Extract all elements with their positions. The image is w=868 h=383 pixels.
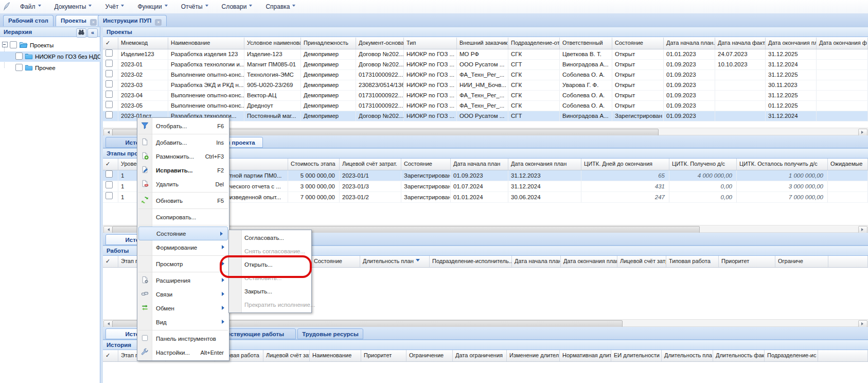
column-header[interactable]: Подразделение-ис <box>765 350 818 361</box>
scroll-left-button[interactable] <box>103 320 113 327</box>
menu-item[interactable]: Скопировать... <box>137 210 229 224</box>
menubar-item[interactable]: Отчёты <box>174 3 215 10</box>
column-header[interactable]: Типовая работа <box>666 256 719 267</box>
menu-item[interactable]: Состояние <box>138 227 228 240</box>
column-header[interactable]: Состояние <box>311 256 360 267</box>
menu-item[interactable]: Связи <box>137 287 229 301</box>
menubar-item[interactable]: Документы <box>48 3 99 10</box>
menu-item[interactable]: Формирование <box>137 240 229 254</box>
tree-item[interactable]: Проекты <box>0 40 102 50</box>
menubar-item[interactable]: Файл <box>13 3 48 10</box>
column-header[interactable]: Дата ограничения <box>453 350 507 361</box>
column-header[interactable]: Стоимость этапа <box>288 159 340 170</box>
column-header[interactable] <box>828 256 868 267</box>
menubar-item[interactable]: Справка <box>259 3 302 10</box>
row-checkbox[interactable] <box>105 111 113 118</box>
menu-item[interactable]: Просмотр <box>137 257 229 271</box>
column-header[interactable]: Ответственный <box>560 38 612 49</box>
row-checkbox[interactable] <box>105 49 113 57</box>
row-checkbox[interactable] <box>105 170 113 178</box>
menubar-item[interactable]: Функции <box>131 3 174 10</box>
window-tab[interactable]: Проекты× <box>56 15 102 26</box>
column-header[interactable]: Длительность план <box>360 256 430 267</box>
row-checkbox[interactable] <box>105 181 113 188</box>
menubar-item[interactable]: Словари <box>215 3 259 10</box>
table-row[interactable]: 2023-01Разработка технологии и...Магнит … <box>103 60 868 70</box>
menu-item[interactable]: Добавить...Ins <box>137 135 229 149</box>
column-header[interactable]: Длительность фак <box>713 350 765 361</box>
row-checkbox[interactable] <box>105 80 113 88</box>
column-header[interactable]: ✓ <box>103 256 118 267</box>
menu-item[interactable]: Панель инструментов <box>137 332 229 345</box>
column-header[interactable]: Подразделение-исполнитель.. <box>430 256 512 267</box>
menu-item[interactable]: УдалитьDel <box>137 177 229 191</box>
column-header[interactable]: ЕИ длительности <box>611 350 662 361</box>
column-header[interactable]: Мнемокод <box>118 38 168 49</box>
column-header[interactable]: Дата окончания план <box>508 159 581 170</box>
table-row[interactable]: 2023-03Разработка ЭКД и РКД н...905-U020… <box>103 80 868 91</box>
column-header[interactable]: Дата начала факт. <box>715 38 766 49</box>
menu-item[interactable]: Согласовать... <box>229 231 311 245</box>
scroll-right-button[interactable] <box>858 129 867 136</box>
column-header[interactable]: Внешний заказчик <box>457 38 508 49</box>
column-header[interactable]: Дата начала план <box>451 159 508 170</box>
column-header[interactable]: Условное наименова <box>244 38 301 49</box>
menu-item[interactable]: Закрыть... <box>229 285 311 298</box>
column-header[interactable]: Приоритет <box>361 350 406 361</box>
collapse-sidebar-button[interactable]: « <box>87 28 98 38</box>
tree-checkbox[interactable] <box>10 41 17 48</box>
column-header[interactable]: Ограничение <box>406 350 453 361</box>
column-header[interactable]: Состояние <box>401 159 451 170</box>
menu-item[interactable]: Вид <box>137 315 229 329</box>
table-row[interactable]: Изделие123Разработка изделия 123Изделие-… <box>103 49 868 60</box>
window-tab[interactable]: Рабочий стол <box>3 15 54 26</box>
column-header[interactable]: Ограниче <box>775 256 828 267</box>
column-header[interactable]: Длительность пла <box>662 350 713 361</box>
row-checkbox[interactable] <box>105 60 113 67</box>
column-header[interactable]: Дата начала план. <box>664 38 715 49</box>
column-header[interactable]: Дата окончания ф <box>817 38 868 49</box>
tree-item[interactable]: Прочее <box>0 63 116 73</box>
tree-checkbox[interactable] <box>15 64 23 71</box>
column-header[interactable]: Лицевой счёт затр <box>617 256 666 267</box>
scroll-left-button[interactable] <box>103 226 113 233</box>
close-tab-icon[interactable]: × <box>155 19 162 26</box>
menu-item[interactable]: Расширения <box>137 273 229 287</box>
column-header[interactable]: Дата начала план. <box>512 256 561 267</box>
tree-expander-icon[interactable] <box>2 42 8 47</box>
column-header[interactable]: Подразделение-от <box>508 38 560 49</box>
section-tab[interactable]: Трудовые ресурсы <box>297 328 363 339</box>
row-checkbox[interactable] <box>105 101 113 108</box>
table-row[interactable]: 2023-05Выполнение опытно-конс...Дредноут… <box>103 101 868 111</box>
column-header[interactable]: Дата окончания пл <box>766 38 817 49</box>
column-header[interactable]: ЦИТК. Получено д/с <box>669 159 737 170</box>
menu-item[interactable]: ОбновитьF5 <box>137 194 229 207</box>
scroll-left-button[interactable] <box>103 129 113 136</box>
scroll-right-button[interactable] <box>858 320 867 327</box>
column-header[interactable]: Тип <box>404 38 457 49</box>
column-header[interactable]: ЦИТК. Дней до окончания <box>581 159 669 170</box>
column-header[interactable]: ✓ <box>103 159 118 170</box>
row-checkbox[interactable] <box>105 70 113 77</box>
table-row[interactable]: 2023-02Выполнение опытно-конс...Технолог… <box>103 70 868 80</box>
column-header[interactable]: Приоритет <box>719 256 775 267</box>
menu-item[interactable]: Обмен <box>137 301 229 315</box>
tree-item[interactable]: НИОКР по ГОЗ без НДС <box>0 51 116 62</box>
column-header[interactable]: Изменение длител <box>507 350 560 361</box>
menu-item[interactable]: Отобрать...F6 <box>137 119 229 133</box>
menu-item[interactable]: Размножить...Ctrl+F3 <box>137 149 229 163</box>
column-header[interactable]: Нормативная длит <box>560 350 611 361</box>
menu-item[interactable]: Настройки...Alt+Enter <box>137 345 229 359</box>
column-header[interactable]: ЦИТК. Осталось получить д/с <box>737 159 828 170</box>
column-header[interactable]: Принадлежность <box>301 38 356 49</box>
window-tab[interactable]: Инструкции ПУП× <box>98 15 167 26</box>
menu-item[interactable]: Исправить...F2 <box>137 163 229 177</box>
column-header[interactable]: Лицевой счёт затрат. <box>340 159 401 170</box>
column-header[interactable]: Наименование <box>168 38 244 49</box>
row-checkbox[interactable] <box>105 91 113 98</box>
column-header[interactable]: Лицевой счёт затр <box>263 350 310 361</box>
column-header[interactable]: Дата окончания план <box>561 256 617 267</box>
search-button[interactable] <box>76 28 86 38</box>
column-header[interactable] <box>818 350 868 361</box>
menubar-item[interactable]: Учёт <box>98 3 131 10</box>
